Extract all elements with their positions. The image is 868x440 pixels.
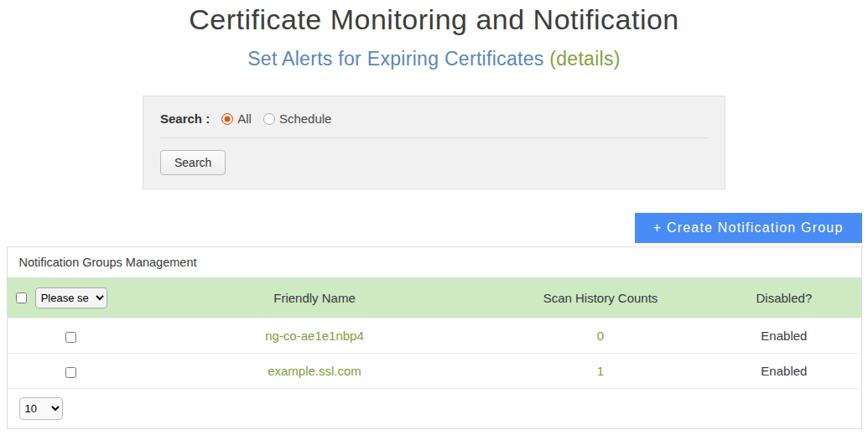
header-select-cell: Please se [8,278,136,318]
radio-option-schedule[interactable]: Schedule [263,111,332,126]
row-friendly-name-cell: example.ssl.com [135,354,494,389]
column-header-scan-history-counts: Scan History Counts [494,278,708,318]
friendly-name-link[interactable]: example.ssl.com [268,364,361,378]
bulk-action-select[interactable]: Please se [35,287,107,308]
notification-groups-table: Notification Groups Management Please se… [7,246,862,429]
radio-all[interactable] [221,113,233,125]
radio-all-label: All [237,111,252,126]
row-checkbox[interactable] [65,332,76,343]
scan-count-link[interactable]: 1 [597,364,604,378]
search-panel: Search : All Schedule Search [143,96,725,189]
radio-schedule-label: Schedule [279,111,332,126]
row-checkbox[interactable] [65,367,76,378]
table-footer-row: 10 [8,389,861,429]
row-scan-count-cell: 1 [494,354,708,389]
table-row: example.ssl.com 1 Enabled [8,354,861,389]
row-checkbox-cell [8,354,136,389]
row-checkbox-cell [8,318,136,354]
table-header-row: Please se Friendly Name Scan History Cou… [8,278,861,318]
page-size-select[interactable]: 10 [19,397,63,420]
details-link[interactable]: (details) [549,48,621,70]
scan-count-link[interactable]: 0 [597,329,604,343]
row-friendly-name-cell: ng-co-ae1e1nbp4 [135,318,494,354]
create-notification-group-button[interactable]: + Create Notification Group [635,213,862,243]
table-row: ng-co-ae1e1nbp4 0 Enabled [8,318,861,354]
search-options-row: Search : All Schedule [160,111,708,138]
subtitle-text: Set Alerts for Expiring Certificates [247,48,543,70]
radio-schedule[interactable] [263,113,275,125]
page-size-cell: 10 [8,389,861,429]
search-label: Search : [160,111,210,126]
page-title: Certificate Monitoring and Notification [0,0,868,36]
radio-option-all[interactable]: All [221,111,252,126]
search-button-row: Search [160,138,708,175]
row-scan-count-cell: 0 [494,318,708,354]
select-all-checkbox[interactable] [16,292,27,303]
table-caption: Notification Groups Management [8,247,861,278]
column-header-disabled: Disabled? [707,278,860,318]
row-disabled-cell: Enabled [707,318,860,354]
search-button[interactable]: Search [160,150,226,175]
column-header-friendly-name: Friendly Name [135,278,494,318]
page-subtitle: Set Alerts for Expiring Certificates (de… [0,48,868,70]
friendly-name-link[interactable]: ng-co-ae1e1nbp4 [265,329,364,343]
actions-row: + Create Notification Group [7,213,862,243]
row-disabled-cell: Enabled [707,354,860,389]
table-caption-row: Notification Groups Management [8,247,861,278]
